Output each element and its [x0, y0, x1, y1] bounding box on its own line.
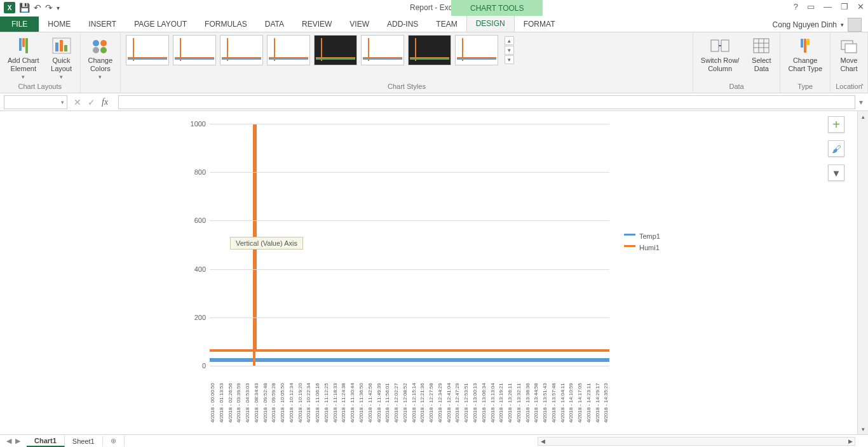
gallery-down-icon[interactable]: ▾: [505, 46, 514, 55]
series-temp[interactable]: [210, 358, 609, 362]
tab-insert[interactable]: INSERT: [79, 17, 125, 32]
horizontal-scrollbar[interactable]: ◀ ▶: [538, 437, 855, 446]
tab-page-layout[interactable]: PAGE LAYOUT: [125, 17, 196, 32]
x-tick-label: 4/2018 - 12:41:04: [446, 367, 452, 423]
scroll-right-icon[interactable]: ▶: [846, 437, 855, 445]
quick-access-toolbar: X 💾 ↶ ↷ ▾: [0, 2, 60, 13]
group-label-empty: [99, 83, 101, 91]
name-box[interactable]: ▾: [4, 95, 67, 109]
new-sheet-button[interactable]: ⊕: [103, 436, 125, 446]
x-tick-label: 4/2018 - 11:42:56: [367, 367, 373, 423]
sheet-tab-chart1[interactable]: Chart1: [27, 436, 65, 447]
group-change-colors: Change Colors▾: [81, 32, 121, 93]
x-tick-label: 4/2018 - 13:44:58: [533, 367, 539, 423]
x-tick-label: 4/2018 - 00:00:50: [210, 367, 215, 423]
chart-style-7[interactable]: [408, 35, 451, 65]
chart-style-3[interactable]: [220, 35, 263, 65]
chart-sheet[interactable]: Temp1 Humi1 02004006008001000 Vertical (…: [0, 111, 857, 434]
x-tick-label: 4/2018 - 02:26:56: [227, 367, 233, 423]
sheet-tab-sheet1[interactable]: Sheet1: [65, 436, 103, 446]
tab-format[interactable]: FORMAT: [515, 17, 564, 32]
x-tick-label: 4/2018 - 11:30:44: [349, 367, 355, 423]
select-data-button[interactable]: Select Data: [748, 35, 775, 74]
x-tick-label: 4/2018 - 13:00:13: [472, 367, 478, 423]
btn-label: Quick Layout: [51, 57, 72, 72]
btn-label: Change Colors: [88, 57, 113, 72]
quick-layout-button[interactable]: Quick Layout▾: [48, 35, 75, 82]
gallery-more-icon[interactable]: ▾: [505, 55, 514, 64]
chart-elements-button[interactable]: +: [828, 116, 844, 133]
close-icon[interactable]: ✕: [857, 2, 864, 11]
sheet-tab-strip: ◀ ▶ Chart1 Sheet1 ⊕ ◀ ▶: [0, 434, 868, 447]
svg-rect-2: [60, 40, 63, 51]
undo-icon[interactable]: ↶: [34, 3, 41, 13]
chart-style-8[interactable]: [455, 35, 498, 65]
chart-styles-button[interactable]: 🖌: [828, 140, 844, 157]
x-axis-labels[interactable]: 4/2018 - 00:00:504/2018 - 01:13:534/2018…: [210, 367, 609, 423]
tab-team[interactable]: TEAM: [427, 17, 466, 32]
chart-object[interactable]: Temp1 Humi1 02004006008001000 Vertical (…: [184, 111, 667, 423]
tab-data[interactable]: DATA: [256, 17, 293, 32]
tab-view[interactable]: VIEW: [341, 17, 378, 32]
sheet-nav-next-icon[interactable]: ▶: [15, 437, 20, 445]
vertical-scrollbar[interactable]: ▴ ▾: [857, 111, 868, 434]
scroll-up-icon[interactable]: ▴: [858, 111, 868, 122]
save-icon[interactable]: 💾: [19, 3, 30, 13]
user-avatar-icon[interactable]: [848, 18, 862, 32]
tab-review[interactable]: REVIEW: [293, 17, 341, 32]
chart-style-2[interactable]: [173, 35, 216, 65]
x-tick-label: 4/2018 - 12:53:51: [463, 367, 469, 423]
chart-style-1[interactable]: [126, 35, 169, 65]
user-name[interactable]: Cong Nguyen Dinh: [773, 20, 837, 29]
group-label: Data: [729, 83, 744, 91]
chart-style-4[interactable]: [267, 35, 310, 65]
fx-icon[interactable]: fx: [102, 97, 108, 107]
ribbon-tabbar: FILE HOME INSERT PAGE LAYOUT FORMULAS DA…: [0, 16, 868, 32]
tab-home[interactable]: HOME: [39, 17, 79, 32]
x-tick-label: 4/2018 - 13:26:11: [507, 367, 513, 423]
scroll-left-icon[interactable]: ◀: [538, 437, 547, 445]
contextual-tab-header: CHART TOOLS: [451, 0, 543, 16]
group-label: Chart Layouts: [18, 83, 62, 91]
change-chart-type-button[interactable]: Change Chart Type: [785, 35, 825, 74]
tab-file[interactable]: FILE: [0, 17, 39, 32]
user-menu-caret-icon[interactable]: ▾: [841, 22, 844, 28]
x-tick-label: 4/2018 - 09:52:48: [262, 367, 268, 423]
gallery-up-icon[interactable]: ▴: [505, 36, 514, 45]
x-tick-label: 4/2018 - 14:04:11: [560, 367, 566, 423]
y-tick-label: 200: [194, 314, 210, 321]
x-tick-label: 4/2018 - 10:19:20: [297, 367, 303, 423]
x-tick-label: 4/2018 - 11:56:01: [384, 367, 390, 423]
x-tick-label: 4/2018 - 10:12:34: [288, 367, 294, 423]
ribbon-options-icon[interactable]: ▭: [807, 2, 815, 11]
x-tick-label: 4/2018 - 13:51:43: [542, 367, 548, 423]
redo-icon[interactable]: ↷: [45, 3, 53, 13]
scroll-down-icon[interactable]: ▾: [858, 424, 868, 434]
chart-legend[interactable]: Temp1 Humi1: [624, 232, 660, 255]
change-colors-button[interactable]: Change Colors▾: [86, 35, 116, 82]
btn-label: Select Data: [752, 57, 771, 72]
help-icon[interactable]: ?: [794, 2, 798, 11]
axis-tooltip: Vertical (Value) Axis: [230, 237, 303, 250]
chart-style-6[interactable]: [361, 35, 404, 65]
qat-customize-icon[interactable]: ▾: [57, 4, 60, 11]
sheet-nav-prev-icon[interactable]: ◀: [6, 437, 11, 445]
svg-rect-1: [55, 43, 58, 51]
series-humi[interactable]: [210, 349, 609, 352]
tab-formulas[interactable]: FORMULAS: [196, 17, 256, 32]
move-chart-button[interactable]: Move Chart: [836, 35, 862, 74]
switch-row-column-button[interactable]: Switch Row/ Column: [698, 35, 742, 74]
restore-icon[interactable]: ❐: [841, 2, 848, 11]
collapse-ribbon-icon[interactable]: ˄: [860, 83, 864, 91]
tab-design[interactable]: DESIGN: [466, 15, 515, 32]
minimize-icon[interactable]: —: [824, 2, 832, 11]
chart-filters-button[interactable]: ▼: [828, 164, 844, 181]
add-chart-element-button[interactable]: Add Chart Element▾: [5, 35, 42, 82]
formula-input[interactable]: [118, 95, 855, 109]
x-tick-label: 4/2018 - 12:15:14: [411, 367, 417, 423]
chart-style-5[interactable]: [314, 35, 357, 65]
tab-addins[interactable]: ADD-INS: [378, 17, 427, 32]
x-tick-label: 4/2018 - 10:22:34: [306, 367, 311, 423]
formula-expand-icon[interactable]: ▾: [859, 98, 868, 107]
svg-point-5: [100, 40, 107, 46]
